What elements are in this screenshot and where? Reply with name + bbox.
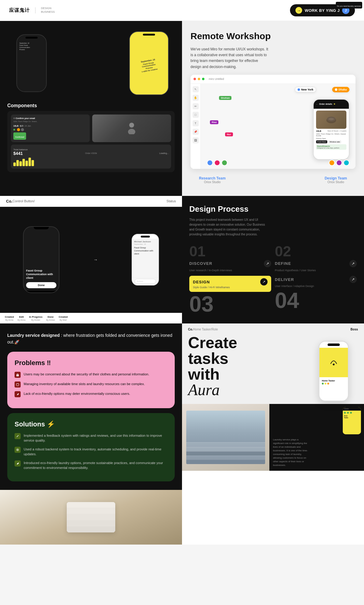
sticky-tool[interactable]: 📌 [193,129,199,135]
pen-tool[interactable]: ✏ [193,103,199,109]
balance-amount: $441 [13,151,23,156]
shape-tool[interactable]: □ [193,112,199,118]
aura-dot-2 [325,383,326,385]
solutions-card: Solutions ⚡ Implemented a feedback syste… [7,413,175,481]
pickup-row: Pickup Spot [316,138,346,139]
step-02-arrow: ↗ [349,260,357,267]
total-balance-label: Total balance [13,148,169,151]
status-edit-label: Edit [19,316,24,318]
bar-2 [16,160,19,166]
status-created2-label: Created [59,316,68,318]
miro-topbar: miro Untitled [190,75,356,84]
problems-title: Problems ‼ [15,359,167,367]
section-design-process: Design Process This project involved tea… [182,196,364,323]
order-details-title: Order details [319,103,332,105]
calendar-icon [16,383,19,386]
nur-cursor: Nur [225,132,233,136]
avatar-5 [336,160,342,166]
problem-text-3: Lack of eco-friendly options may deter e… [24,391,130,396]
cursor-tool[interactable]: ↖ [193,86,199,92]
yellow-phone-screen: AuraTasks [343,411,361,434]
bar-1 [13,162,16,166]
research-team-name: Research Team [199,176,226,180]
control-topbar: Co. Control Button / Status [0,196,182,207]
security-icon [16,373,19,376]
weight-value: 10LB [316,130,321,132]
avatar-1 [207,160,213,166]
status-inprogress: In Progress By Arslan [29,316,42,321]
design-process-title: Design Process [189,204,357,214]
eco-icon [16,462,19,465]
window-side-option[interactable]: Window side [329,140,341,143]
new-york-label: New York [301,88,313,91]
hand-tool[interactable]: ✋ [193,95,199,101]
riaz-cursor: Riaz [210,120,218,124]
step-03-number: 03 [189,293,271,315]
done-button[interactable]: Done [26,282,56,288]
aura-dot-1 [322,383,324,385]
aura-phone-notch [328,344,340,346]
phone-notch-left [25,37,38,39]
logo-area: 应谋鬼计 DESIGN BUSINESS [9,7,55,14]
new-york-badge: New York [295,87,316,92]
bar-5 [25,161,28,166]
shohan-cursor: Shohan [219,96,231,100]
front-door-option[interactable]: Front Door [316,140,327,143]
step-03-desc: Style Guide / Hi-Fi Wireframes [193,285,268,289]
fold-5 [186,460,265,464]
miro-toolbar[interactable]: ↖ ✋ ✏ □ T 📌 🖼 [190,84,201,169]
step-01: 01 DISCOVER ↗ User research / In-Depth i… [189,244,271,272]
step-01-number: 01 [189,244,271,259]
status-row: Created By Anna Edit By Anna In Progress… [0,313,182,323]
aura-phone-screen-bottom: Home Tasker [319,377,348,388]
dhaka-dot [335,88,337,91]
miro-order-phone: ← Order details ★ [313,99,349,160]
address-row: 1901 Thorn Ridge Cir. Shiloh, Hawaii 810… [316,133,346,137]
topbar-boss: Boss [351,328,358,331]
dhaka-badge: Dhaka [332,87,349,92]
problem-icon-2 [15,381,21,388]
days-val: 24 Jan [25,125,31,127]
solution-item-2: Used a robust backend system to track in… [15,447,167,457]
research-team-label: Research Team Oriox Studio [199,176,226,184]
main-grid-row3: Laundry service designed : where frustra… [0,323,364,545]
screen-text: September, 16 [19,42,44,44]
pickup-label: Pickup Spot [316,138,326,139]
phone-screen-yellow: September, 16 Faust GroupCommunicationPr… [130,37,168,94]
total-balance-card: Total balance $441 Order #333k Loading..… [11,145,171,169]
status-created: Created By Anna [5,316,14,321]
image-tool[interactable]: 🖼 [193,137,199,143]
solution-text-2: Used a robust backend system to track in… [24,447,167,457]
problem-text-1: Users may be concerned about the securit… [24,372,149,377]
aura-task-item: Home Tasker [322,380,345,382]
phone-right: September, 16 Faust GroupCommunicationPr… [129,31,169,95]
status-inprogress-label: In Progress [29,316,42,318]
folded-clothes-shape [186,411,265,464]
text-tool[interactable]: T [193,120,199,126]
chat-text: Faust Group Communication with client [134,246,157,255]
chat-contact: Michael Jackson [134,241,157,243]
bar-3 [19,161,22,166]
confirm-badge: Confirmed [13,132,26,140]
main-grid-row2: Co. Control Button / Status Faust Group … [0,196,364,323]
status-done: Done By Arslan [46,316,55,321]
step-04-number: 04 [275,289,357,311]
avatar-4 [329,160,335,166]
avatar-3 [221,160,228,166]
problem-item-2: Managing inventory of available time slo… [15,381,167,388]
status-inprogress-sub: By Arslan [31,319,40,321]
weight-val: 10LB [13,125,19,127]
svg-rect-5 [16,384,19,386]
orange-status-dot [17,128,20,131]
design-team-sub: Oriox Studio [325,180,347,184]
dhaka-label: Dhaka [339,88,347,91]
faust-heading: Faust Group Communication with client [26,269,56,280]
problem-icon-3 [15,391,21,397]
small-notch [141,236,150,238]
chat-input[interactable]: Archive... [135,279,156,284]
avatar-6 [343,160,349,166]
address-label: 1901 Thorn Ridge Cir. Shiloh, [13,121,87,123]
bar-4 [22,159,25,166]
bar-6 [29,158,31,166]
step-03-arrow: ↗ [260,278,268,285]
